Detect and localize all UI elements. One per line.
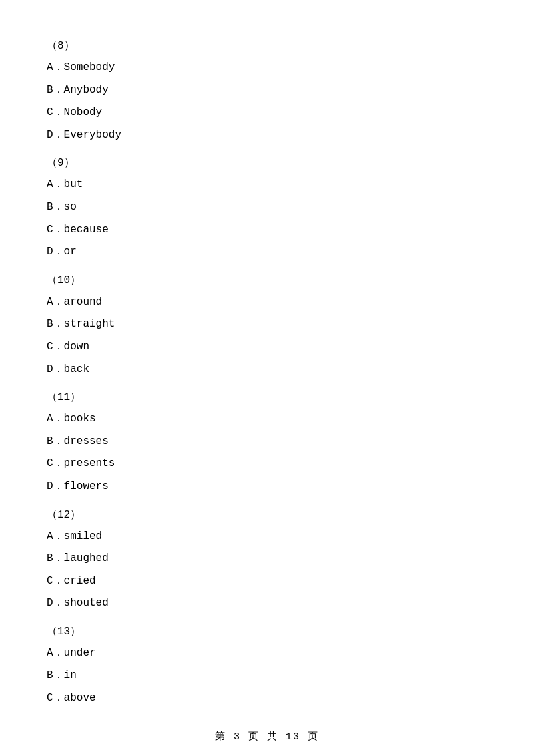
option-8-1: B．Anybody xyxy=(40,82,494,100)
question-number-11: （11） xyxy=(40,390,494,404)
option-8-2: C．Nobody xyxy=(40,104,494,122)
option-10-2: C．down xyxy=(40,339,494,356)
option-10-0: A．around xyxy=(40,294,494,311)
option-8-0: A．Somebody xyxy=(40,59,494,77)
page-footer: 第 3 页 共 13 页 xyxy=(0,730,534,743)
option-11-3: D．flowers xyxy=(40,478,494,496)
option-9-0: A．but xyxy=(40,176,494,194)
page-content: （8）A．SomebodyB．AnybodyC．NobodyD．Everybod… xyxy=(0,0,534,753)
option-12-3: D．shouted xyxy=(40,595,494,612)
option-8-3: D．Everybody xyxy=(40,127,494,144)
option-10-1: B．straight xyxy=(40,316,494,333)
option-9-3: D．or xyxy=(40,244,494,261)
option-10-3: D．back xyxy=(40,361,494,379)
option-12-1: B．laughed xyxy=(40,550,494,568)
option-9-1: B．so xyxy=(40,199,494,216)
question-number-8: （8） xyxy=(40,39,494,53)
option-11-2: C．presents xyxy=(40,455,494,473)
option-11-1: B．dresses xyxy=(40,433,494,451)
option-12-0: A．smiled xyxy=(40,528,494,546)
option-12-2: C．cried xyxy=(40,573,494,590)
option-13-1: B．in xyxy=(40,667,494,685)
option-9-2: C．because xyxy=(40,222,494,239)
question-number-9: （9） xyxy=(40,156,494,170)
option-13-0: A．under xyxy=(40,645,494,663)
question-number-12: （12） xyxy=(40,508,494,522)
option-13-2: C．above xyxy=(40,690,494,707)
option-11-0: A．books xyxy=(40,411,494,428)
footer-text: 第 3 页 共 13 页 xyxy=(215,731,319,743)
question-number-10: （10） xyxy=(40,273,494,287)
question-number-13: （13） xyxy=(40,624,494,638)
